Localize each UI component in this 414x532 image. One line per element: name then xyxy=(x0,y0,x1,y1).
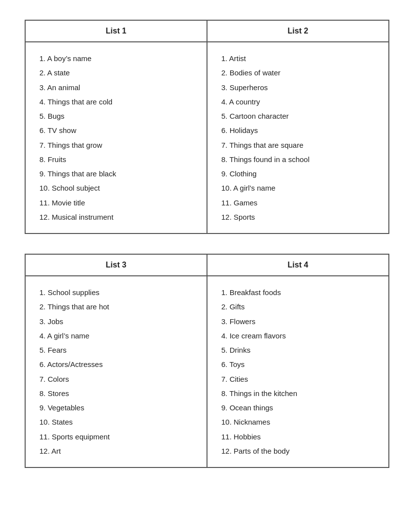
list-item: 5. Fears xyxy=(39,343,193,357)
table-1-body-row: 1. A boy’s name2. A state3. An animal4. … xyxy=(26,42,388,233)
table-1-col-2-body: 1. Artist2. Bodies of water3. Superheros… xyxy=(207,42,388,233)
list-item: 9. Things that are black xyxy=(39,166,193,181)
list-item: 7. Things that are square xyxy=(221,138,375,152)
list-item: 9. Ocean things xyxy=(221,400,375,415)
list-item: 11. Movie title xyxy=(39,196,193,210)
list-item: 1. School supplies xyxy=(39,285,193,299)
list-item: 11. Games xyxy=(221,196,375,210)
list-item: 1. Artist xyxy=(221,51,375,66)
list-item: 12. Sports xyxy=(221,210,375,224)
list-item: 8. Fruits xyxy=(39,152,193,166)
list-item: 9. Vegetables xyxy=(39,400,193,415)
list-item: 9. Clothing xyxy=(221,166,375,181)
list-item: 7. Colors xyxy=(39,372,193,386)
list-item: 6. Actors/Actresses xyxy=(39,357,193,371)
list-item: 3. Jobs xyxy=(39,314,193,329)
list-item: 2. A state xyxy=(39,66,193,80)
list-item: 8. Things found in a school xyxy=(221,152,375,166)
table-2: List 3List 41. School supplies2. Things … xyxy=(25,254,389,468)
table-2-col-1-header: List 3 xyxy=(26,255,207,275)
list-item: 3. Superheros xyxy=(221,80,375,95)
list-item: 6. Holidays xyxy=(221,123,375,137)
list-item: 10. States xyxy=(39,415,193,429)
list-item: 7. Cities xyxy=(221,372,375,386)
list-item: 2. Gifts xyxy=(221,299,375,314)
list-1: 1. A boy’s name2. A state3. An animal4. … xyxy=(39,51,193,224)
list-item: 12. Parts of the body xyxy=(221,444,375,458)
list-item: 12. Art xyxy=(39,444,193,458)
list-item: 12. Musical instrument xyxy=(39,210,193,224)
list-item: 4. Ice cream flavors xyxy=(221,329,375,343)
list-item: 10. School subject xyxy=(39,181,193,195)
list-item: 1. A boy’s name xyxy=(39,51,193,66)
list-item: 10. A girl’s name xyxy=(221,181,375,195)
list-item: 11. Sports equipment xyxy=(39,430,193,444)
list-item: 8. Things in the kitchen xyxy=(221,386,375,400)
list-item: 4. A girl’s name xyxy=(39,329,193,343)
table-2-col-1-body: 1. School supplies2. Things that are hot… xyxy=(26,276,207,467)
list-item: 11. Hobbies xyxy=(221,430,375,444)
list-item: 2. Bodies of water xyxy=(221,66,375,80)
list-item: 3. An animal xyxy=(39,80,193,95)
list-item: 6. Toys xyxy=(221,357,375,371)
table-2-col-2-header: List 4 xyxy=(207,255,388,275)
list-3: 1. School supplies2. Things that are hot… xyxy=(39,285,193,458)
list-item: 8. Stores xyxy=(39,386,193,400)
list-item: 10. Nicknames xyxy=(221,415,375,429)
table-1-col-1-header: List 1 xyxy=(26,21,207,41)
table-2-col-2-body: 1. Breakfast foods2. Gifts3. Flowers4. I… xyxy=(207,276,388,467)
table-2-header-row: List 3List 4 xyxy=(26,255,388,276)
list-item: 1. Breakfast foods xyxy=(221,285,375,299)
list-item: 6. TV show xyxy=(39,123,193,137)
list-item: 5. Bugs xyxy=(39,109,193,123)
table-1-col-2-header: List 2 xyxy=(207,21,388,41)
list-item: 4. Things that are cold xyxy=(39,95,193,109)
list-2: 1. Artist2. Bodies of water3. Superheros… xyxy=(221,51,375,224)
table-1: List 1List 21. A boy’s name2. A state3. … xyxy=(25,20,389,234)
list-item: 2. Things that are hot xyxy=(39,299,193,314)
list-item: 7. Things that grow xyxy=(39,138,193,152)
list-4: 1. Breakfast foods2. Gifts3. Flowers4. I… xyxy=(221,285,375,458)
table-2-body-row: 1. School supplies2. Things that are hot… xyxy=(26,276,388,467)
list-item: 4. A country xyxy=(221,95,375,109)
list-item: 5. Drinks xyxy=(221,343,375,357)
list-item: 5. Cartoon character xyxy=(221,109,375,123)
table-1-col-1-body: 1. A boy’s name2. A state3. An animal4. … xyxy=(26,42,207,233)
main-content: List 1List 21. A boy’s name2. A state3. … xyxy=(25,20,389,468)
list-item: 3. Flowers xyxy=(221,314,375,329)
table-1-header-row: List 1List 2 xyxy=(26,21,388,42)
